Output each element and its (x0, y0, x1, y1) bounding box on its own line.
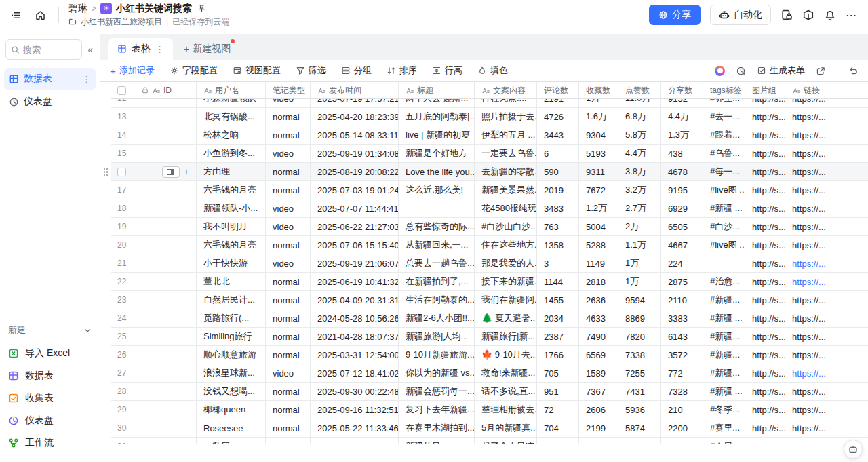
sidebar-item-datatable[interactable]: 数据表 ⋮ (4, 68, 96, 90)
cell-comments[interactable]: 72 (537, 401, 579, 419)
cell-link[interactable]: https://... (785, 273, 868, 291)
cell-comments[interactable]: 6 (537, 145, 579, 163)
cell-images[interactable]: http://s... (745, 99, 785, 108)
cell-notetype[interactable]: normal (266, 438, 311, 444)
cell-title[interactable]: 新疆的风 (399, 438, 475, 444)
cell-id[interactable]: 14 + (111, 126, 197, 145)
cell-likes[interactable]: 1.1万 (618, 236, 661, 254)
cell-notetype[interactable]: video (266, 99, 311, 108)
table-row[interactable]: 30 + Roseesee normal 2025-05-22 11:33:46… (100, 419, 868, 438)
cell-content[interactable]: 新疆美景果然... (475, 181, 537, 199)
cell-title[interactable]: live | 新疆的初夏 (399, 126, 475, 145)
row-number[interactable]: 12 (117, 99, 135, 103)
select-all-checkbox[interactable] (117, 86, 126, 95)
cell-id[interactable]: 29 + (111, 401, 197, 419)
cell-notetype[interactable]: normal (266, 309, 311, 328)
cell-likes[interactable]: 2万 (618, 218, 661, 236)
new-item-dashboard[interactable]: 仪表盘 (7, 409, 93, 431)
cell-images[interactable]: http://s... (745, 346, 785, 364)
cell-collects[interactable]: 1万 (579, 99, 618, 108)
cell-comments[interactable]: 3483 (537, 199, 579, 218)
cell-images[interactable]: http://s... (745, 236, 785, 254)
row-number[interactable]: 28 (117, 387, 135, 396)
cell-collects[interactable]: 4633 (579, 309, 618, 328)
cell-tags[interactable]: #去一... (703, 108, 745, 126)
row-number[interactable]: 25 (117, 332, 135, 341)
cell-tags[interactable]: #新疆... (703, 364, 745, 383)
widget-icon[interactable] (802, 9, 814, 21)
cell-title[interactable]: Love the life you... (399, 163, 475, 181)
cell-title[interactable]: 新疆2-6人小团!!... (399, 309, 475, 328)
cell-id[interactable]: 20 + (111, 236, 197, 254)
cell-content[interactable]: 整理相册被去... (475, 401, 537, 419)
row-number[interactable]: 23 (117, 295, 135, 305)
cell-content[interactable]: 🌲 夏天避暑... (475, 309, 537, 328)
cell-likes[interactable]: 4391 (618, 438, 661, 444)
cell-collects[interactable]: 5193 (579, 145, 618, 163)
cell-username[interactable]: Similing旅行 (197, 328, 266, 346)
cell-publish-time[interactable]: 2025-03-31 12:54:00 (311, 346, 399, 364)
cell-content[interactable]: 接下来的新疆... (475, 273, 537, 291)
cell-id[interactable]: 15 + (111, 145, 197, 163)
cell-username[interactable]: 新疆领队-小... (197, 199, 266, 218)
cell-images[interactable]: http://s... (745, 401, 785, 419)
cell-likes[interactable]: 5874 (618, 419, 661, 438)
cell-title[interactable]: 总有些惊奇的际... (399, 218, 475, 236)
cell-username[interactable]: 董北北 (197, 273, 266, 291)
cell-shares[interactable]: 6505 (661, 218, 703, 236)
row-number[interactable]: 19 (117, 222, 135, 231)
cell-publish-time[interactable]: 2025-07-03 19:01:24 (311, 181, 399, 199)
column-header-username[interactable]: 用户名 (197, 82, 266, 99)
cell-id[interactable]: 13 + (111, 108, 197, 126)
cell-shares[interactable]: 6929 (661, 199, 703, 218)
cell-notetype[interactable]: normal (266, 108, 311, 126)
cell-collects[interactable]: 2199 (579, 419, 618, 438)
cell-notetype[interactable]: normal (266, 291, 311, 309)
cell-content[interactable]: 伊犁的五月 ... (475, 126, 537, 145)
cell-publish-time[interactable]: 2025-09-30 00:22:48 (311, 383, 399, 401)
cell-link[interactable]: https://... (785, 99, 868, 108)
pin-icon[interactable] (197, 4, 206, 13)
cell-notetype[interactable]: normal (266, 163, 311, 181)
cell-content[interactable]: 照片拍摄于去... (475, 108, 537, 126)
undo-icon[interactable] (848, 66, 859, 76)
cell-shares[interactable]: 6143 (661, 328, 703, 346)
cell-link[interactable]: https://... (785, 401, 868, 419)
cell-id[interactable]: 22 + (111, 273, 197, 291)
cell-shares[interactable]: 141 (661, 438, 703, 444)
cell-id[interactable]: 18 + (111, 199, 197, 218)
cell-shares[interactable]: 3572 (661, 346, 703, 364)
cell-username[interactable]: 北冥有锅酸... (197, 108, 266, 126)
cell-title[interactable]: 两个人去 趣斯... (399, 99, 475, 108)
cell-link[interactable]: https://... (785, 163, 868, 181)
new-item-import-excel[interactable]: 导入 Excel (7, 342, 93, 364)
notifications-icon[interactable] (824, 9, 836, 21)
cell-comments[interactable]: 2019 (537, 181, 579, 199)
cell-tags[interactable]: #live图 ... (703, 181, 745, 199)
cell-comments[interactable]: 3443 (537, 126, 579, 145)
column-header-notetype[interactable]: 笔记类型 (266, 82, 311, 99)
cell-tags[interactable]: #新疆 ... (703, 383, 745, 401)
cell-tags[interactable]: #新疆... (703, 291, 745, 309)
column-header-images[interactable]: 图片组 (745, 82, 785, 99)
cell-username[interactable]: 六毛钱的月亮 (197, 181, 266, 199)
cell-publish-time[interactable]: 2025-05-14 08:33:11 (311, 126, 399, 145)
cell-images[interactable]: http://s... (745, 218, 785, 236)
cell-title[interactable]: 这么近,那么美! (399, 181, 475, 199)
cell-tags[interactable]: #乌鲁... (703, 145, 745, 163)
new-item-workflow[interactable]: 工作流 (7, 431, 93, 454)
share-view-icon[interactable] (816, 66, 826, 76)
cell-id[interactable]: 16 + (111, 163, 197, 181)
automation-button[interactable]: 自动化 (710, 5, 771, 25)
cell-id[interactable]: 30 + (111, 419, 197, 438)
cell-shares[interactable]: 9152 (661, 99, 703, 108)
cell-notetype[interactable]: normal (266, 328, 311, 346)
table-row[interactable]: 22 + 董北北 normal 2025-06-19 10:41:32 在新疆拍… (100, 273, 868, 291)
drag-handle-icon[interactable] (103, 168, 108, 176)
cell-notetype[interactable]: video (266, 145, 311, 163)
cell-content[interactable]: 5月的新疆真... (475, 419, 537, 438)
cell-title[interactable]: 从新疆回来,一... (399, 236, 475, 254)
row-number[interactable]: 29 (117, 405, 135, 415)
fill-color-button[interactable]: 填色 (477, 64, 508, 77)
cell-title[interactable]: 新疆旅游|人均... (399, 328, 475, 346)
